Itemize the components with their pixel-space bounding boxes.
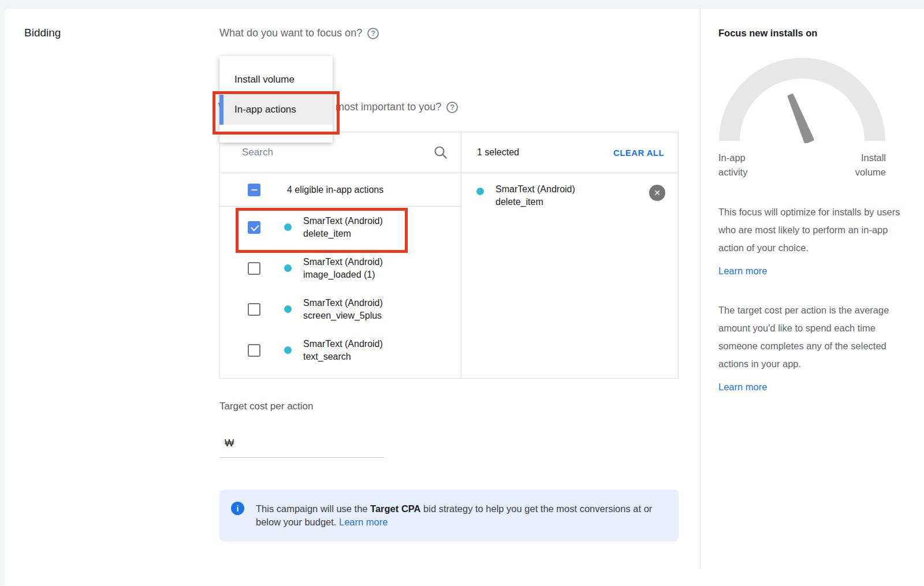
action-status-dot (284, 346, 292, 354)
sidebar-paragraph: The target cost per action is the averag… (718, 301, 903, 373)
actions-picker: 4 eligible in-app actions SmarText (Andr… (219, 132, 679, 379)
gauge-left-label: In-app activity (718, 151, 776, 180)
currency-symbol: ₩ (225, 438, 234, 449)
action-status-dot (284, 264, 292, 272)
info-text-segment: This campaign will use the (256, 503, 370, 514)
search-input[interactable] (242, 147, 433, 158)
dropdown-option-label: In-app actions (234, 104, 296, 115)
learn-more-link[interactable]: Learn more (339, 517, 388, 527)
sidebar-paragraph: This focus will optimize for installs by… (718, 203, 903, 257)
dropdown-option-install-volume[interactable]: Install volume (219, 65, 333, 95)
search-icon[interactable] (433, 145, 448, 160)
dropdown-option-label: Install volume (234, 74, 295, 85)
target-cpa-input[interactable] (237, 438, 384, 449)
selected-count: 1 selected (477, 147, 519, 158)
section-label: Bidding (24, 27, 61, 39)
action-name: image_loaded (1) (303, 268, 383, 281)
checkbox-unchecked[interactable] (248, 344, 260, 357)
gauge (718, 55, 886, 145)
help-icon[interactable]: ? (367, 28, 379, 39)
selected-header: 1 selected CLEAR ALL (461, 132, 678, 173)
clear-all-button[interactable]: CLEAR ALL (613, 148, 664, 158)
action-app-name: SmarText (Android) (303, 338, 383, 350)
learn-more-link[interactable]: Learn more (718, 266, 767, 277)
dropdown-option-in-app-actions[interactable]: In-app actions (219, 95, 333, 125)
checkbox-unchecked[interactable] (248, 262, 260, 275)
checkbox-checked[interactable] (248, 221, 260, 234)
action-app-name: SmarText (Android) (303, 297, 383, 309)
focus-question-label: What do you want to focus on? (219, 27, 362, 39)
action-name: screen_view_5plus (303, 309, 383, 322)
action-name: text_search (303, 350, 383, 363)
action-row-text-search[interactable]: SmarText (Android) text_search (220, 330, 461, 371)
action-row-image-loaded[interactable]: SmarText (Android) image_loaded (1) (220, 248, 461, 289)
picker-available-column: 4 eligible in-app actions SmarText (Andr… (220, 132, 461, 378)
learn-more-link[interactable]: Learn more (718, 382, 767, 393)
selected-app-name: SmarText (Android) (495, 183, 575, 196)
action-status-dot (284, 305, 292, 313)
gauge-right-label: Install volume (828, 151, 886, 180)
action-row-delete-item[interactable]: SmarText (Android) delete_item (220, 207, 461, 248)
action-status-dot (476, 188, 484, 195)
picker-selected-column: 1 selected CLEAR ALL SmarText (Android) … (461, 132, 678, 378)
checkbox-unchecked[interactable] (248, 303, 260, 316)
selected-item: SmarText (Android) delete_item ✕ (461, 173, 678, 208)
selected-action-name: delete_item (495, 196, 575, 208)
info-icon: i (231, 502, 244, 515)
sidebar: Focus new installs on In-app activity In… (700, 9, 924, 569)
eligible-actions-label: 4 eligible in-app actions (287, 185, 383, 195)
help-icon[interactable]: ? (446, 102, 458, 113)
info-text: This campaign will use the Target CPA bi… (256, 502, 660, 529)
info-text-bold: Target CPA (370, 503, 420, 514)
sidebar-title: Focus new installs on (718, 28, 924, 39)
bidding-card: Bidding What do you want to focus on? ? … (5, 9, 924, 586)
checkbox-indeterminate[interactable] (248, 184, 260, 196)
target-cpa-field: ₩ (219, 429, 384, 458)
selected-option-indicator (219, 95, 223, 125)
info-banner: i This campaign will use the Target CPA … (219, 490, 679, 542)
action-app-name: SmarText (Android) (303, 256, 383, 268)
eligible-actions-row[interactable]: 4 eligible in-app actions (220, 173, 461, 207)
page-background: { "page": { "section_label": "Bidding" }… (0, 0, 924, 586)
focus-dropdown: Install volume In-app actions (219, 56, 333, 143)
action-name: delete_item (303, 227, 383, 240)
remove-selected-button[interactable]: ✕ (649, 185, 665, 201)
target-cpa-label: Target cost per action (219, 401, 314, 412)
focus-question: What do you want to focus on? ? (219, 27, 379, 39)
action-row-screen-view[interactable]: SmarText (Android) screen_view_5plus (220, 289, 461, 330)
action-app-name: SmarText (Android) (303, 215, 383, 227)
action-status-dot (284, 223, 292, 231)
gauge-needle (789, 95, 813, 143)
gauge-labels: In-app activity Install volume (718, 151, 886, 180)
